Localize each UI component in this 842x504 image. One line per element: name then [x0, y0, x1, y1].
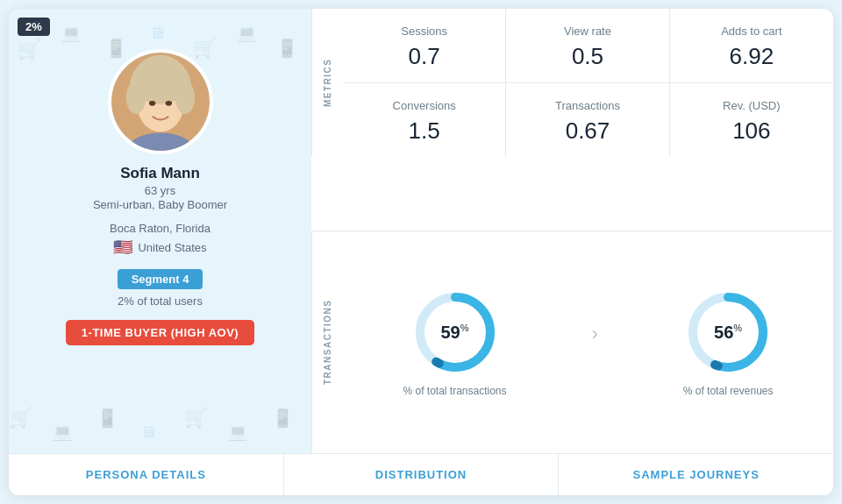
- metric-label-conversions: Conversions: [393, 99, 456, 112]
- flag-icon: 🇺🇸: [113, 238, 132, 257]
- metric-value-revenue: 106: [732, 117, 770, 145]
- transactions-label: TRANSACTIONS: [311, 231, 343, 453]
- svg-text:📱: 📱: [272, 408, 294, 429]
- svg-text:🛒: 🛒: [184, 406, 209, 429]
- persona-age: 63 yrs: [145, 184, 175, 197]
- svg-text:🖥: 🖥: [149, 25, 165, 42]
- metric-cell-addstocart: Adds to cart 6.92: [670, 9, 833, 83]
- distribution-button[interactable]: DISTRIBUTION: [284, 454, 560, 495]
- donut-revenues: 56% % of total revenues: [683, 288, 774, 397]
- card-body: 🛒 💻 📱 🖥 🛒 💻 📱 🛒 💻 📱 🖥 🛒 💻 📱 2%: [9, 9, 833, 453]
- metrics-label: METRICS: [311, 9, 343, 157]
- avatar: [108, 49, 213, 154]
- persona-country: 🇺🇸 United States: [113, 238, 206, 257]
- svg-text:🛒: 🛒: [9, 406, 33, 429]
- metric-label-addstocart: Adds to cart: [721, 25, 781, 38]
- pct-users-label: 2% of total users: [118, 295, 203, 308]
- segment-badge: Segment 4: [118, 269, 203, 289]
- persona-card: 🛒 💻 📱 🖥 🛒 💻 📱 🛒 💻 📱 🖥 🛒 💻 📱 2%: [9, 9, 833, 495]
- svg-text:💻: 💻: [61, 24, 82, 43]
- metric-cell-sessions: Sessions 0.7: [343, 9, 506, 83]
- persona-location: Boca Raton, Florida: [110, 222, 210, 235]
- metric-value-conversions: 1.5: [409, 117, 440, 145]
- metrics-section: METRICS Sessions 0.7 View rate 0.5 Adds …: [311, 9, 833, 231]
- metric-cell-revenue: Rev. (USD) 106: [670, 83, 833, 157]
- country-label: United States: [138, 241, 206, 254]
- svg-point-18: [125, 82, 145, 114]
- metric-value-sessions: 0.7: [409, 43, 440, 70]
- donut2-caption: % of total revenues: [683, 385, 774, 397]
- donut-transactions: 59% % of total transactions: [403, 288, 506, 397]
- donut-revenues-chart: 56%: [684, 288, 772, 376]
- svg-text:🛒: 🛒: [18, 38, 42, 61]
- svg-text:💻: 💻: [237, 24, 257, 43]
- svg-point-20: [148, 101, 154, 106]
- metric-label-sessions: Sessions: [401, 25, 447, 38]
- left-panel: 🛒 💻 📱 🖥 🛒 💻 📱 🛒 💻 📱 🖥 🛒 💻 📱 2%: [9, 9, 311, 453]
- metric-label-transactions: Transactions: [555, 99, 620, 112]
- svg-text:🖥: 🖥: [140, 423, 156, 441]
- persona-details-button[interactable]: PERSONA DETAILS: [9, 454, 284, 495]
- metric-value-addstocart: 6.92: [730, 43, 774, 70]
- metric-value-viewrate: 0.5: [572, 43, 603, 70]
- metrics-grid: Sessions 0.7 View rate 0.5 Adds to cart …: [343, 9, 833, 157]
- sample-journeys-button[interactable]: SAMPLE JOURNEYS: [559, 454, 833, 495]
- svg-text:📱: 📱: [276, 38, 298, 59]
- percentage-badge: 2%: [18, 18, 50, 36]
- donut-transactions-chart: 59%: [411, 288, 499, 376]
- metric-label-revenue: Rev. (USD): [723, 99, 780, 112]
- metric-cell-conversions: Conversions 1.5: [343, 83, 506, 157]
- right-panel: METRICS Sessions 0.7 View rate 0.5 Adds …: [311, 9, 833, 453]
- transactions-section: TRANSACTIONS: [311, 231, 833, 453]
- metrics-row: METRICS Sessions 0.7 View rate 0.5 Adds …: [311, 9, 833, 157]
- chevron-right-icon: ›: [591, 323, 597, 345]
- svg-text:🛒: 🛒: [193, 36, 218, 60]
- svg-point-21: [165, 101, 171, 106]
- svg-text:📱: 📱: [96, 408, 118, 429]
- metric-cell-viewrate: View rate 0.5: [506, 9, 669, 83]
- svg-text:💻: 💻: [53, 422, 73, 442]
- persona-demo: Semi-urban, Baby Boomer: [93, 198, 227, 211]
- donut1-value: 59%: [440, 322, 468, 342]
- transactions-content: 59% % of total transactions ›: [343, 231, 833, 453]
- svg-text:💻: 💻: [228, 422, 248, 442]
- svg-point-19: [175, 82, 194, 114]
- metric-cell-transactions: Transactions 0.67: [506, 83, 669, 157]
- footer-buttons: PERSONA DETAILS DISTRIBUTION SAMPLE JOUR…: [9, 453, 833, 495]
- metric-label-viewrate: View rate: [564, 25, 611, 38]
- buyer-type-badge: 1-TIME BUYER (HIGH AOV): [66, 320, 254, 345]
- svg-text:📱: 📱: [105, 38, 127, 59]
- donut1-caption: % of total transactions: [403, 385, 506, 397]
- donut2-value: 56%: [714, 322, 742, 342]
- metric-value-transactions: 0.67: [566, 117, 610, 145]
- persona-name: Sofia Mann: [120, 165, 200, 182]
